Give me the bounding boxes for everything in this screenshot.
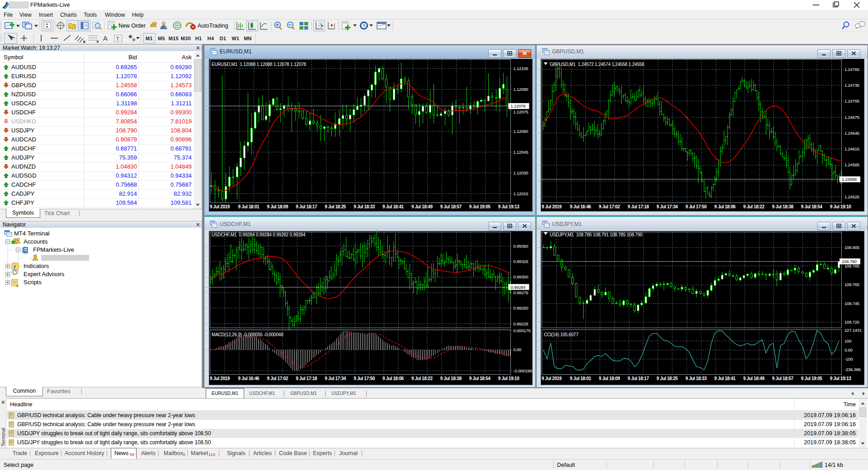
svg-text:108.745: 108.745: [844, 301, 859, 306]
svg-text:9 Jul 2019: 9 Jul 2019: [542, 204, 562, 209]
svg-text:108.725: 108.725: [844, 320, 859, 324]
svg-text:9 Jul 19:13: 9 Jul 19:13: [498, 204, 520, 209]
svg-text:9 Jul 18:17: 9 Jul 18:17: [627, 376, 649, 381]
svg-text:9 Jul 18:49: 9 Jul 18:49: [743, 376, 765, 381]
svg-text:9 Jul 18:41: 9 Jul 18:41: [714, 376, 736, 381]
svg-text:EURUSD,M1 1.12088 1.12088 1.1: EURUSD,M1 1.12088 1.12088 1.12078 1.1207…: [212, 62, 307, 67]
svg-text:9 Jul 19:05: 9 Jul 19:05: [469, 204, 491, 209]
svg-text:108.805: 108.805: [844, 245, 859, 250]
svg-text:9 Jul 17:18: 9 Jul 17:18: [627, 204, 649, 209]
svg-text:9 Jul 19:05: 9 Jul 19:05: [801, 376, 823, 381]
svg-text:USDJPY,M1 108.785 108.791 108: USDJPY,M1 108.785 108.791 108.785 108.79…: [550, 232, 643, 237]
svg-text:1.24705: 1.24705: [844, 99, 859, 103]
svg-text:1.12060: 1.12060: [514, 129, 528, 134]
svg-text:9 Jul 18:41: 9 Jul 18:41: [382, 204, 404, 209]
svg-text:1.24558: 1.24558: [842, 177, 857, 182]
svg-text:9 Jul 17:02: 9 Jul 17:02: [267, 376, 288, 381]
svg-text:9 Jul 18:33: 9 Jul 18:33: [685, 376, 707, 381]
svg-text:9 Jul 18:25: 9 Jul 18:25: [656, 376, 678, 381]
svg-text:Terminal: Terminal: [0, 428, 6, 446]
svg-text:1.24765: 1.24765: [844, 67, 859, 72]
svg-text:0.99300: 0.99300: [514, 274, 528, 279]
svg-text:9 Jul 18:22: 9 Jul 18:22: [411, 376, 433, 381]
svg-text:227.1431: 227.1431: [844, 328, 862, 333]
svg-text:1.24585: 1.24585: [844, 162, 859, 167]
svg-text:9 Jul 18:57: 9 Jul 18:57: [772, 376, 794, 381]
svg-text:1.24735: 1.24735: [844, 83, 859, 88]
svg-text:CCI(14) 105.6077: CCI(14) 105.6077: [544, 332, 579, 337]
svg-text:9 Jul 17:34: 9 Jul 17:34: [656, 204, 678, 209]
svg-text:9 Jul 18:01: 9 Jul 18:01: [238, 204, 260, 209]
svg-text:100: 100: [844, 338, 851, 343]
svg-text:9 Jul 18:25: 9 Jul 18:25: [325, 204, 346, 209]
svg-text:9 Jul 19:10: 9 Jul 19:10: [498, 376, 520, 381]
svg-text:9 Jul 18:38: 9 Jul 18:38: [772, 204, 794, 209]
svg-text:GBPUSD,M1 1.24572 1.24574 1.2: GBPUSD,M1 1.24572 1.24574 1.24558 1.2455…: [550, 62, 645, 67]
svg-text:1.12030: 1.12030: [514, 170, 528, 175]
svg-text:1.12090: 1.12090: [514, 87, 528, 92]
svg-text:-100: -100: [844, 357, 853, 362]
svg-text:1.24675: 1.24675: [844, 115, 859, 120]
svg-text:USDCHF,M1 0.99284 0.99284 0.9: USDCHF,M1 0.99284 0.99284 0.99282 0.9928…: [212, 232, 306, 237]
svg-text:9 Jul 18:49: 9 Jul 18:49: [411, 204, 433, 209]
svg-text:9 Jul 18:33: 9 Jul 18:33: [354, 204, 375, 209]
svg-text:108.765: 108.765: [844, 282, 859, 287]
svg-text:9 Jul 17:50: 9 Jul 17:50: [354, 376, 375, 381]
svg-text:1.12075: 1.12075: [514, 109, 528, 114]
svg-text:9 Jul 2019: 9 Jul 2019: [210, 204, 230, 209]
svg-text:1.12045: 1.12045: [514, 150, 528, 155]
svg-text:1.24525: 1.24525: [844, 194, 859, 199]
svg-text:0.99275: 0.99275: [514, 290, 528, 295]
svg-text:9 Jul 18:09: 9 Jul 18:09: [267, 204, 288, 209]
svg-text:0.99225: 0.99225: [514, 321, 528, 326]
svg-text:9 Jul 18:01: 9 Jul 18:01: [570, 376, 592, 381]
svg-text:0.99250: 0.99250: [514, 306, 528, 310]
svg-text:108.790: 108.790: [842, 259, 857, 264]
svg-text:9 Jul 17:18: 9 Jul 17:18: [296, 376, 317, 381]
svg-text:0.99325: 0.99325: [514, 259, 528, 264]
svg-text:-236.386: -236.386: [844, 367, 861, 372]
svg-text:0.00: 0.00: [844, 348, 853, 352]
svg-text:9 Jul 18:38: 9 Jul 18:38: [440, 376, 462, 381]
svg-text:9 Jul 18:06: 9 Jul 18:06: [382, 376, 404, 381]
svg-text:-0.000198: -0.000198: [514, 368, 532, 373]
svg-text:1.12078: 1.12078: [511, 103, 526, 108]
svg-text:0.99284: 0.99284: [511, 285, 526, 290]
svg-text:9 Jul 16:46: 9 Jul 16:46: [570, 204, 592, 209]
svg-text:9 Jul 17:02: 9 Jul 17:02: [599, 204, 620, 209]
svg-text:MACD(12,26,9) -0.000055 -0.000: MACD(12,26,9) -0.000055 -0.000048: [212, 332, 283, 337]
svg-text:9 Jul 2019: 9 Jul 2019: [542, 376, 562, 381]
svg-text:9 Jul 19:10: 9 Jul 19:10: [830, 204, 852, 209]
svg-text:9 Jul 19:13: 9 Jul 19:13: [830, 376, 852, 381]
svg-text:0.00: 0.00: [514, 347, 522, 352]
svg-text:9 Jul 18:09: 9 Jul 18:09: [599, 376, 620, 381]
svg-text:9 Jul 18:57: 9 Jul 18:57: [440, 204, 462, 209]
svg-text:9 Jul 16:46: 9 Jul 16:46: [238, 376, 260, 381]
svg-text:0.99350: 0.99350: [514, 244, 528, 249]
svg-text:9 Jul 18:54: 9 Jul 18:54: [801, 204, 823, 209]
svg-text:1.24615: 1.24615: [844, 146, 859, 151]
svg-text:1.12015: 1.12015: [514, 191, 528, 196]
svg-text:9 Jul 18:06: 9 Jul 18:06: [714, 204, 736, 209]
svg-text:1.12105: 1.12105: [514, 66, 528, 71]
svg-text:1.24645: 1.24645: [844, 131, 859, 136]
svg-text:9 Jul 18:17: 9 Jul 18:17: [296, 204, 317, 209]
svg-text:9 Jul 18:54: 9 Jul 18:54: [469, 376, 491, 381]
svg-text:9 Jul 17:50: 9 Jul 17:50: [685, 204, 707, 209]
svg-text:9 Jul 17:34: 9 Jul 17:34: [325, 376, 346, 381]
svg-text:9 Jul 18:22: 9 Jul 18:22: [743, 204, 765, 209]
svg-text:9 Jul 2019: 9 Jul 2019: [210, 376, 230, 381]
svg-text:0.000175: 0.000175: [514, 328, 531, 333]
